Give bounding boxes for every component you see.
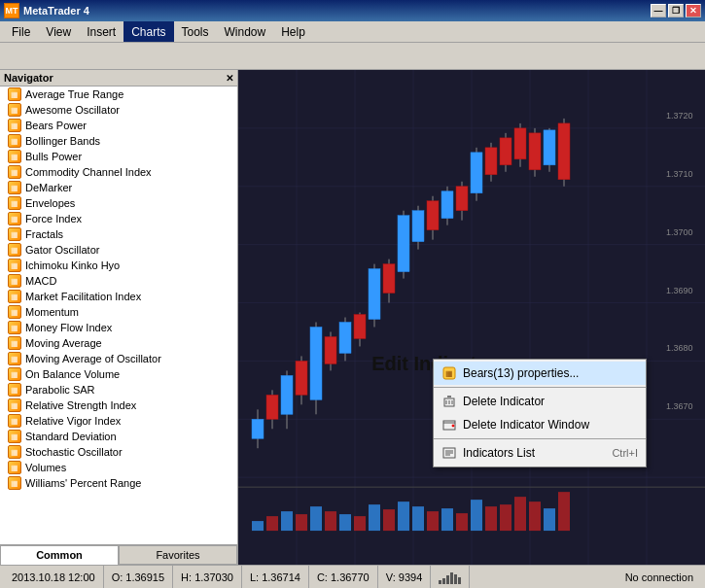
nav-item-standard-deviation[interactable]: ▦ Standard Deviation — [0, 429, 237, 444]
nav-item-label: Williams' Percent Range — [25, 477, 141, 489]
restore-button[interactable]: ❐ — [668, 4, 684, 17]
minimize-button[interactable]: — — [651, 4, 666, 17]
nav-item-demarker[interactable]: ▦ DeMarker — [0, 180, 237, 195]
nav-item-gator-oscillator[interactable]: ▦ Gator Oscillator — [0, 242, 237, 258]
status-low: L: 1.36714 — [242, 566, 309, 588]
menu-insert[interactable]: Insert — [79, 21, 123, 42]
svg-rect-22 — [252, 419, 264, 438]
menu-charts[interactable]: Charts — [123, 21, 173, 42]
nav-item-label: Bulls Power — [25, 151, 82, 162]
navigator-close-button[interactable]: ✕ — [226, 73, 233, 84]
menu-view[interactable]: View — [38, 21, 79, 42]
nav-item-rvi[interactable]: ▦ Relative Vigor Index — [0, 413, 237, 429]
nav-item-label: Awesome Oscillator — [25, 104, 120, 116]
nav-item-label: Volumes — [25, 462, 66, 473]
tab-favorites[interactable]: Favorites — [119, 545, 237, 565]
nav-item-stochastic[interactable]: ▦ Stochastic Oscillator — [0, 444, 237, 460]
svg-rect-68 — [296, 514, 307, 531]
app-icon: MT — [4, 3, 19, 18]
nav-item-envelopes[interactable]: ▦ Envelopes — [0, 195, 237, 211]
toolbar — [0, 43, 705, 70]
nav-item-mao[interactable]: ▦ Moving Average of Oscillator — [0, 351, 237, 366]
svg-rect-84 — [529, 502, 541, 531]
svg-rect-78 — [441, 508, 453, 531]
nav-item-bollinger-bands[interactable]: ▦ Bollinger Bands — [0, 133, 237, 149]
nav-item-average-true-range[interactable]: ▦ Average True Range — [0, 86, 237, 102]
nav-item-label: Money Flow Index — [25, 322, 112, 333]
title-bar-left: MT MetaTrader 4 — [4, 3, 89, 18]
indicator-icon: ▦ — [8, 445, 21, 459]
svg-text:1.3690: 1.3690 — [666, 286, 693, 295]
tab-common[interactable]: Common — [0, 545, 119, 565]
svg-rect-73 — [369, 504, 380, 531]
status-bars — [431, 566, 470, 588]
list-icon — [441, 445, 457, 461]
svg-rect-85 — [544, 508, 555, 531]
indicator-icon: ▦ — [8, 181, 21, 194]
svg-rect-48 — [441, 191, 453, 219]
svg-text:1.3720: 1.3720 — [666, 111, 693, 121]
menu-tools[interactable]: Tools — [174, 21, 217, 42]
nav-item-label: MACD — [25, 275, 56, 287]
status-datetime: 2013.10.18 12:00 — [4, 566, 104, 588]
nav-item-commodity-channel-index[interactable]: ▦ Commodity Channel Index — [0, 164, 237, 180]
nav-item-bears-power[interactable]: ▦ Bears Power — [0, 118, 237, 133]
nav-item-bulls-power[interactable]: ▦ Bulls Power — [0, 149, 237, 164]
navigator-title: Navigator — [4, 72, 53, 84]
svg-text:1.3710: 1.3710 — [666, 169, 693, 179]
navigator-list[interactable]: ▦ Average True Range ▦ Awesome Oscillato… — [0, 86, 237, 544]
menu-file[interactable]: File — [4, 21, 38, 42]
nav-item-williams[interactable]: ▦ Williams' Percent Range — [0, 475, 237, 491]
svg-rect-30 — [310, 327, 322, 399]
svg-rect-70 — [325, 511, 336, 531]
nav-item-ichimoku[interactable]: ▦ Ichimoku Kinko Hyo — [0, 258, 237, 273]
nav-item-label: Fractals — [25, 228, 63, 240]
nav-item-label: Stochastic Oscillator — [25, 446, 123, 458]
chart-area[interactable]: 1.3720 1.3710 1.3700 1.3690 1.3680 1.367… — [238, 70, 705, 565]
svg-text:1.3680: 1.3680 — [666, 343, 693, 353]
close-button[interactable]: ✕ — [686, 4, 701, 17]
nav-item-force-index[interactable]: ▦ Force Index — [0, 211, 237, 226]
nav-item-parabolic-sar[interactable]: ▦ Parabolic SAR — [0, 382, 237, 398]
svg-text:1.3700: 1.3700 — [666, 227, 693, 237]
menu-help[interactable]: Help — [273, 21, 313, 42]
svg-rect-79 — [456, 513, 468, 531]
indicator-icon: ▦ — [8, 87, 21, 101]
indicator-icon: ▦ — [8, 119, 21, 132]
nav-item-macd[interactable]: ▦ MACD — [0, 273, 237, 289]
indicator-icon: ▦ — [8, 321, 21, 334]
indicator-icon: ▦ — [8, 336, 21, 350]
nav-item-label: Force Index — [25, 213, 82, 225]
indicator-icon: ▦ — [8, 398, 21, 412]
nav-item-volumes[interactable]: ▦ Volumes — [0, 460, 237, 475]
nav-item-label: Commodity Channel Index — [25, 166, 152, 178]
nav-item-momentum[interactable]: ▦ Momentum — [0, 304, 237, 320]
nav-item-label: Momentum — [25, 306, 79, 318]
menu-window[interactable]: Window — [217, 21, 274, 42]
context-item-properties[interactable]: ▦ Bears(13) properties... — [434, 362, 646, 385]
svg-rect-80 — [471, 500, 482, 531]
status-volume: V: 9394 — [378, 566, 432, 588]
nav-item-label: Parabolic SAR — [25, 384, 95, 396]
nav-item-moving-average[interactable]: ▦ Moving Average — [0, 335, 237, 351]
nav-item-awesome-oscillator[interactable]: ▦ Awesome Oscillator — [0, 102, 237, 118]
nav-item-label: Moving Average — [25, 337, 102, 349]
context-item-delete[interactable]: Delete Indicator — [434, 390, 646, 413]
indicator-icon: ▦ — [8, 290, 21, 303]
context-separator-2 — [434, 438, 646, 439]
nav-item-money-flow[interactable]: ▦ Money Flow Index — [0, 320, 237, 335]
indicator-icon: ▦ — [8, 227, 21, 241]
svg-rect-54 — [485, 148, 497, 175]
title-bar-buttons: — ❐ ✕ — [651, 4, 701, 17]
indicator-icon: ▦ — [8, 383, 21, 397]
context-label-delete: Delete Indicator — [463, 395, 545, 408]
nav-item-on-balance-volume[interactable]: ▦ On Balance Volume — [0, 366, 237, 382]
context-item-delete-window[interactable]: Delete Indicator Window — [434, 413, 646, 436]
context-item-indicators-list[interactable]: Indicators List Ctrl+I — [434, 441, 646, 465]
menu-bar: File View Insert Charts Tools Window Hel… — [0, 21, 705, 43]
nav-item-market-facilitation[interactable]: ▦ Market Facilitation Index — [0, 289, 237, 304]
bars-icon — [439, 571, 461, 584]
nav-item-fractals[interactable]: ▦ Fractals — [0, 226, 237, 242]
nav-item-rsi[interactable]: ▦ Relative Strength Index — [0, 398, 237, 413]
status-connection: No connection — [617, 566, 701, 588]
